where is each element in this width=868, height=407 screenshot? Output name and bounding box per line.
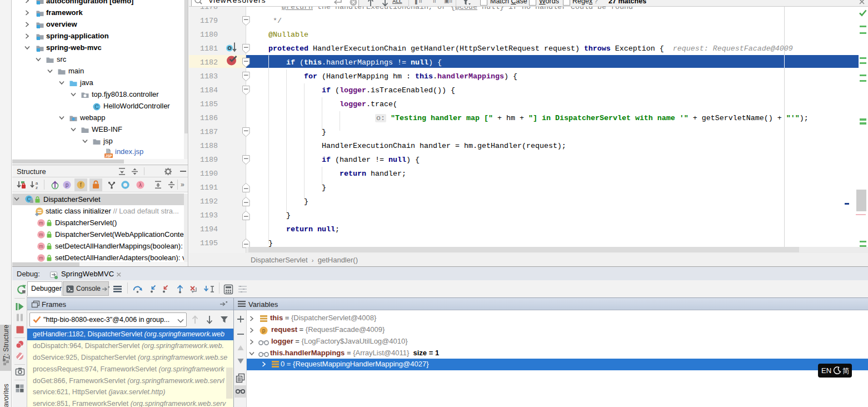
svg-text:m: m [39, 232, 43, 237]
svg-text:λ: λ [139, 182, 142, 188]
svg-text:f: f [80, 182, 82, 188]
svg-text:JSP: JSP [105, 154, 112, 158]
svg-text:m: m [39, 255, 43, 261]
svg-text:m: m [39, 220, 43, 226]
svg-text:C: C [94, 104, 98, 110]
svg-text:p: p [262, 327, 266, 334]
svg-text:p: p [66, 182, 69, 188]
svg-text:m: m [39, 244, 43, 249]
svg-text:z: z [36, 185, 38, 190]
